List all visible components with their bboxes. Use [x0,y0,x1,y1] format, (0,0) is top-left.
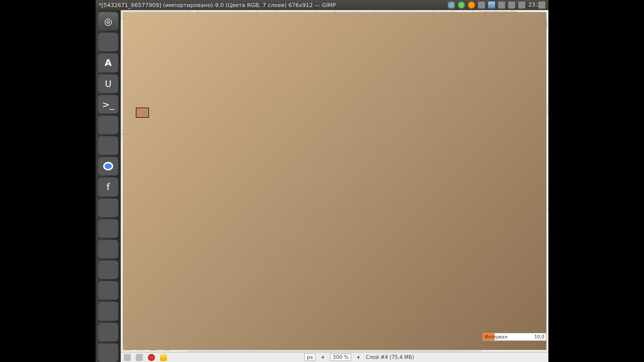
network-icon[interactable] [498,2,505,9]
status-unit-menu-icon[interactable]: ▾ [321,354,324,360]
launcher-amazon[interactable]: A [98,53,118,72]
status-layer-info: Слой #4 (75,4 МБ) [366,354,414,360]
brush-spacing-slider[interactable]: Интервал 10,0 [482,333,546,341]
status-zoom-menu-icon[interactable]: ▾ [357,354,360,360]
status-icon-2[interactable] [136,354,143,361]
launcher-color[interactable] [98,199,118,217]
battery-icon[interactable] [518,2,525,9]
launcher-terminal[interactable]: >_ [98,95,118,114]
gimp-workspace: A ⤡ Плоская заливка Режим: Обычный Непро… [121,10,548,352]
status-folder-icon[interactable] [160,354,167,361]
layer-row-6[interactable]: 👁5432671_665779… [480,129,548,142]
brush-spacing-value: 10,0 [534,334,544,339]
launcher-dark[interactable] [98,323,118,341]
launcher-teams[interactable] [98,281,118,300]
status-icon-1[interactable] [124,354,131,361]
bluetooth-icon[interactable] [478,2,485,9]
system-tray: 23:27 [448,2,545,9]
launcher-files[interactable] [98,33,118,51]
launcher-usoft[interactable]: U [98,74,118,93]
cloud-icon[interactable] [488,2,495,9]
mail-icon[interactable] [448,2,455,9]
foreground-color[interactable] [136,108,149,118]
status-zoom-select[interactable]: 300 % [330,353,351,361]
system-menubar: *[5432671_66577909] (импортировано)-9.0 … [96,0,548,10]
sound-icon[interactable] [508,2,515,9]
launcher-rainbow[interactable] [98,343,118,362]
right-dock: Режим: Осветление Непрозрачность 100,0 Б… [480,10,548,352]
session-icon[interactable] [538,2,545,9]
layer-thumb[interactable] [490,130,500,141]
launcher-blender[interactable] [98,260,118,279]
status-unit-select[interactable]: px [304,353,315,361]
status-left-icons [124,354,167,361]
update-icon[interactable] [468,2,475,9]
launcher-facebook[interactable]: f [98,177,118,196]
ubuntu-launcher: ◎AU>_f [96,10,121,362]
brush-spacing-label: Интервал [485,334,508,339]
layers-list: 👁Копия Слой👁Слой👁Слой #1👁Слой #2👁Слой #4… [480,50,548,190]
status-record-icon[interactable] [148,354,155,361]
launcher-green[interactable] [98,116,118,134]
shield-icon[interactable] [458,2,465,9]
launcher-spiral[interactable] [98,302,118,320]
window-title: *[5432671_66577909] (импортировано)-9.0 … [99,2,445,9]
launcher-dash[interactable]: ◎ [98,12,118,31]
status-bar: px ▾ 300 % ▾ Слой #4 (75,4 МБ) [121,352,548,362]
launcher-cloud[interactable] [98,219,118,238]
launcher-vscode[interactable] [98,240,118,258]
launcher-yellow[interactable] [98,136,118,155]
clock[interactable]: 23:27 [528,2,535,9]
launcher-chrome[interactable] [98,157,118,175]
